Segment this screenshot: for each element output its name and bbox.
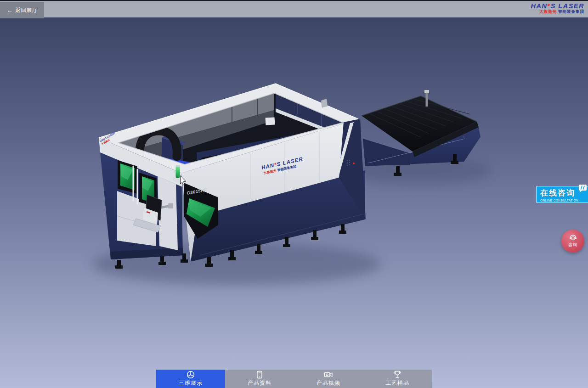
3d-viewport[interactable]: HAN'S LASER 大族激光 (0, 17, 588, 388)
back-to-hall-button[interactable]: ← 返回展厅 (0, 2, 44, 18)
consultation-label-en: ONLINE CONSULTATION (540, 199, 585, 202)
app-window: HAN'S LASER 大族激光 (0, 0, 588, 388)
top-bar: ← 返回展厅 HAN*S LASER 大族激光智能装备集团 (0, 0, 588, 17)
machine-3d-render: HAN'S LASER 大族激光 (0, 0, 588, 388)
consult-fab-button[interactable]: 咨询 (561, 230, 584, 253)
tab-process-samples[interactable]: 工艺样品 (363, 370, 432, 388)
hans-laser-logo: HAN*S LASER 大族激光智能装备集团 (531, 3, 584, 14)
tab-product-docs[interactable]: 产品资料 (225, 370, 294, 388)
bottom-nav: 三维展示 产品资料 产品视频 工艺样品 (156, 370, 432, 388)
chat-bubble-icon (578, 184, 587, 192)
fab-label: 咨询 (568, 242, 578, 248)
interior-sensor-box (266, 117, 275, 125)
online-consultation-badge[interactable]: 在线咨询 ONLINE CONSULTATION (536, 186, 588, 203)
customer-service-icon (569, 235, 577, 242)
back-arrow-icon: ← (7, 7, 13, 14)
brand-subtitle: 大族激光智能装备集团 (531, 10, 584, 14)
tab-product-video[interactable]: 产品视频 (294, 370, 363, 388)
video-camera-icon (324, 371, 333, 379)
back-label: 返回展厅 (16, 6, 38, 14)
trophy-icon (393, 371, 401, 379)
brand-star-icon: * (548, 2, 551, 10)
tab-3d-display[interactable]: 三维展示 (156, 370, 225, 388)
document-icon (255, 371, 264, 379)
cube-3d-icon (187, 371, 195, 379)
brand-wordmark: HAN*S LASER (531, 3, 584, 10)
